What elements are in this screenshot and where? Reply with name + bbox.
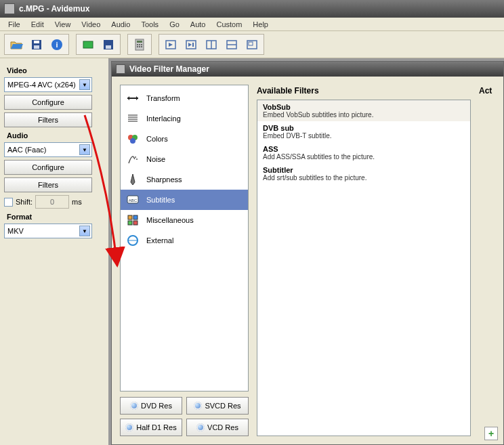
category-transform[interactable]: Transform [121, 88, 248, 108]
svg-rect-40 [133, 221, 138, 225]
category-label: External [146, 236, 173, 245]
calculator-button[interactable] [130, 35, 149, 54]
video-configure-button[interactable]: Configure [4, 95, 92, 110]
menu-edit[interactable]: Edit [26, 19, 49, 30]
dialog-title-bar: Video Filter Manager [112, 62, 503, 77]
audio-codec-dropdown[interactable]: AAC (Faac) ▼ [4, 142, 92, 157]
video-filter-manager-dialog: Video Filter Manager Transform [111, 61, 504, 445]
category-colors[interactable]: Colors [121, 129, 248, 149]
svg-rect-1 [34, 41, 39, 43]
category-sharpness[interactable]: Sharpness [121, 169, 248, 190]
menu-custom[interactable]: Custom [211, 19, 247, 30]
app-icon [4, 3, 15, 14]
svg-rect-39 [128, 221, 132, 225]
filter-desc: Add srt/sub subtitles to the picture. [263, 174, 465, 182]
format-dropdown[interactable]: MKV ▼ [4, 224, 92, 238]
category-label: Colors [146, 135, 168, 143]
filter-name: DVB sub [263, 124, 465, 132]
svg-rect-18 [192, 43, 194, 47]
menu-go[interactable]: Go [164, 19, 185, 30]
dialog-title: Video Filter Manager [129, 64, 209, 74]
category-label: Miscellaneous [146, 216, 194, 224]
content-area: Video Filter Manager Transform [108, 58, 504, 445]
filter-desc: Embed VobSub subtitles into picture. [263, 111, 465, 119]
dvd-res-button[interactable]: DVD Res [120, 397, 182, 415]
filter-item-vobsub[interactable]: VobSub Embed VobSub subtitles into pictu… [257, 100, 470, 121]
toolbar-group-file: i [4, 34, 69, 55]
save-button[interactable] [27, 35, 46, 54]
half-d1-res-button[interactable]: Half D1 Res [120, 419, 182, 436]
save-video-button[interactable] [99, 35, 118, 54]
filter-category-list: Transform Interlacing Colors [120, 85, 249, 391]
category-interlacing[interactable]: Interlacing [121, 108, 248, 129]
category-noise[interactable]: Noise [121, 149, 248, 169]
filter-item-dvbsub[interactable]: DVB sub Embed DVB-T subtitle. [257, 121, 470, 142]
svg-point-32 [130, 138, 135, 144]
chevron-down-icon: ▼ [79, 79, 90, 90]
colors-icon [126, 132, 140, 146]
category-external[interactable]: External [121, 230, 248, 251]
menu-tools[interactable]: Tools [135, 19, 164, 30]
step-button[interactable] [182, 35, 201, 54]
svg-rect-12 [141, 44, 142, 45]
menu-video[interactable]: Video [76, 19, 106, 30]
available-filters-label: Available Filters [257, 86, 471, 96]
menu-view[interactable]: View [49, 19, 77, 30]
audio-section-label: Audio [7, 131, 102, 140]
category-label: Noise [146, 155, 165, 163]
shift-value-input[interactable]: 0 [35, 195, 69, 209]
menu-file[interactable]: File [3, 19, 26, 30]
noise-icon [126, 152, 140, 166]
filter-desc: Embed DVB-T subtitle. [263, 132, 465, 140]
category-miscellaneous[interactable]: Miscellaneous [121, 210, 248, 230]
filter-item-subtitler[interactable]: Subtitler Add srt/sub subtitles to the p… [257, 163, 470, 184]
open-video-button[interactable] [79, 35, 98, 54]
add-filter-button[interactable]: + [484, 427, 498, 440]
play-button[interactable] [161, 35, 180, 54]
open-button[interactable] [7, 35, 26, 54]
filter-item-ass[interactable]: ASS Add ASS/SSA subtitles to the picture… [257, 142, 470, 163]
menu-audio[interactable]: Audio [106, 19, 135, 30]
svg-rect-38 [133, 215, 138, 219]
svg-rect-2 [34, 45, 39, 49]
shift-checkbox[interactable] [4, 198, 13, 207]
format-section-label: Format [7, 213, 102, 221]
audio-codec-value: AAC (Faac) [7, 146, 46, 154]
shift-unit: ms [72, 198, 82, 206]
active-filters-label: Act [479, 85, 495, 436]
svg-point-33 [135, 156, 136, 158]
dialog-icon [116, 64, 125, 74]
svg-rect-5 [83, 41, 93, 48]
video-section-label: Video [7, 66, 102, 75]
category-label: Sharpness [146, 175, 182, 184]
layout3-button[interactable] [243, 35, 261, 54]
svg-rect-13 [137, 46, 138, 47]
svg-text:i: i [56, 41, 58, 49]
svg-rect-14 [139, 46, 140, 47]
filter-desc: Add ASS/SSA subtitles to the picture. [263, 153, 465, 161]
svg-rect-11 [139, 44, 140, 45]
disc-icon [196, 423, 205, 431]
video-codec-dropdown[interactable]: MPEG-4 AVC (x264) ▼ [4, 77, 92, 92]
svg-text:ABC: ABC [129, 198, 138, 203]
layout2-button[interactable] [222, 35, 241, 54]
audio-configure-button[interactable]: Configure [4, 160, 92, 175]
svcd-res-button[interactable]: SVCD Res [186, 397, 249, 415]
shift-label: Shift: [16, 198, 33, 206]
video-filters-button[interactable]: Filters [4, 112, 92, 127]
svg-rect-24 [249, 42, 253, 45]
interlacing-icon [126, 112, 140, 125]
svg-point-34 [136, 158, 138, 160]
title-bar: c.MPG - Avidemux [0, 0, 504, 18]
menu-auto[interactable]: Auto [185, 19, 211, 30]
menu-help[interactable]: Help [247, 19, 274, 30]
available-filters-list: VobSub Embed VobSub subtitles into pictu… [257, 100, 471, 436]
info-button[interactable]: i [47, 35, 66, 54]
category-subtitles[interactable]: ABC Subtitles [121, 190, 248, 210]
audio-filters-button[interactable]: Filters [4, 177, 92, 192]
menu-bar: File Edit View Video Audio Tools Go Auto… [0, 18, 504, 31]
vcd-res-button[interactable]: VCD Res [186, 419, 249, 436]
layout1-button[interactable] [202, 35, 221, 54]
chevron-down-icon: ▼ [79, 144, 90, 155]
sharpness-icon [126, 173, 140, 186]
